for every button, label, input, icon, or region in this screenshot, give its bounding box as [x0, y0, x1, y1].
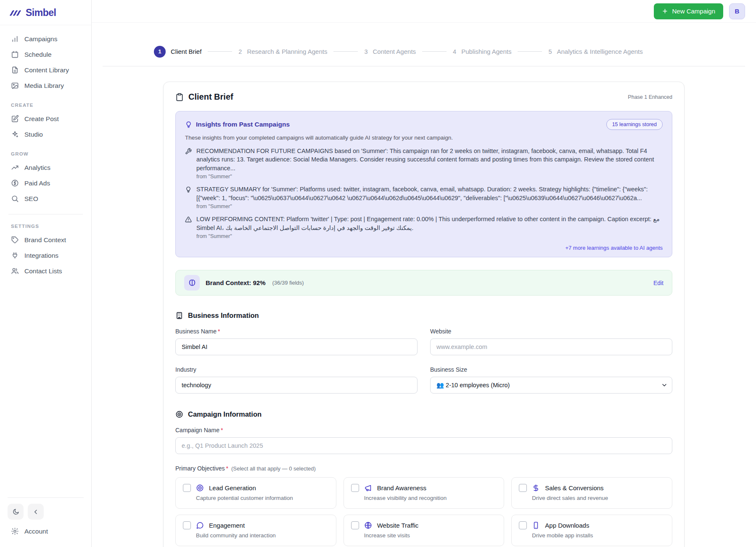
step-label: Content Agents [373, 48, 416, 55]
file-text-icon [11, 66, 19, 74]
divider [8, 497, 84, 498]
step-number: 5 [548, 48, 552, 55]
step-4[interactable]: 4Publishing Agents [453, 48, 511, 55]
objective-checkbox[interactable] [351, 521, 359, 529]
step-2[interactable]: 2Research & Planning Agents [238, 48, 327, 55]
business-information-section: Business Information Business Name* Webs… [175, 312, 672, 394]
page-title: Client Brief [188, 92, 233, 102]
objective-description: Capture potential customer information [183, 495, 329, 501]
dollar-circle-icon [11, 179, 19, 187]
objective-checkbox[interactable] [351, 484, 359, 492]
objective-card-lead-generation[interactable]: Lead GenerationCapture potential custome… [175, 477, 336, 509]
objective-card-app-downloads[interactable]: App DownloadsDrive mobile app installs [511, 515, 672, 546]
sidebar-item-schedule[interactable]: Schedule [7, 47, 85, 62]
insight-text: STRATEGY SUMMARY for 'Summer': Platforms… [196, 185, 663, 202]
app-logo[interactable]: Simbel [0, 0, 91, 25]
brand-name: Simbel [26, 7, 56, 18]
objective-card-brand-awareness[interactable]: Brand AwarenessIncrease visibility and r… [344, 477, 505, 509]
sidebar-item-label: Integrations [24, 252, 58, 259]
brand-context-edit-link[interactable]: Edit [653, 280, 663, 286]
megaphone-icon [364, 484, 372, 492]
step-3[interactable]: 3Content Agents [364, 48, 416, 55]
objective-title: Website Traffic [377, 522, 419, 529]
website-input[interactable] [430, 338, 672, 355]
sidebar-item-account[interactable]: Account [7, 523, 85, 539]
step-connector [518, 51, 542, 52]
sidebar-item-create-post[interactable]: Create Post [7, 111, 85, 127]
topbar: New Campaign B [92, 0, 756, 23]
divider [8, 214, 83, 214]
step-number: 4 [453, 48, 456, 55]
dark-mode-toggle[interactable] [8, 504, 24, 520]
objective-card-engagement[interactable]: EngagementBuild community and interactio… [175, 515, 336, 546]
sidebar-item-paid-ads[interactable]: Paid Ads [7, 175, 85, 191]
insight-text: RECOMMENDATION FOR FUTURE CAMPAIGNS base… [196, 147, 663, 172]
new-campaign-button[interactable]: New Campaign [654, 3, 723, 19]
sidebar-item-label: Brand Context [24, 236, 66, 244]
sidebar-item-contact-lists[interactable]: Contact Lists [7, 263, 85, 279]
sidebar-item-integrations[interactable]: Integrations [7, 248, 85, 263]
image-icon [11, 82, 19, 90]
sidebar-item-analytics[interactable]: Analytics [7, 160, 85, 175]
step-5[interactable]: 5Analytics & Intelligence Agents [548, 48, 642, 55]
business-size-select[interactable]: 👥 2-10 employees (Micro) [430, 377, 672, 394]
objectives-grid: Lead GenerationCapture potential custome… [175, 477, 672, 547]
insights-title: Insights from Past Campaigns [196, 121, 290, 128]
objective-description: Drive mobile app installs [519, 532, 665, 539]
required-marker: * [226, 465, 228, 472]
phase-badge: Phase 1 Enhanced [628, 94, 672, 100]
chevron-left-icon [32, 508, 40, 515]
objective-checkbox[interactable] [519, 521, 527, 529]
trending-up-icon [11, 164, 19, 172]
learnings-stored-badge: 15 learnings stored [606, 119, 663, 130]
lightbulb-icon [185, 186, 192, 193]
avatar[interactable]: B [729, 3, 745, 19]
sidebar-item-media-library[interactable]: Media Library [7, 78, 85, 93]
business-name-input[interactable] [175, 338, 418, 355]
objective-card-sales-conversions[interactable]: Sales & ConversionsDrive direct sales an… [511, 477, 672, 509]
collapse-sidebar-button[interactable] [28, 504, 44, 520]
sidebar-item-label: Media Library [24, 82, 64, 90]
primary-objectives-label: Primary Objectives [175, 465, 225, 472]
sidebar-item-campaigns[interactable]: Campaigns [7, 31, 85, 47]
objective-title: Sales & Conversions [545, 484, 603, 492]
step-connector [422, 51, 447, 52]
objective-checkbox[interactable] [519, 484, 527, 492]
objective-description: Drive direct sales and revenue [519, 495, 665, 501]
business-name-label: Business Name [175, 328, 217, 335]
client-brief-card: Client Brief Phase 1 Enhanced Insights f… [163, 82, 685, 547]
brand-context-label: Brand Context: 92% [206, 279, 266, 286]
website-field-group: Website [430, 328, 672, 355]
objective-title: Lead Generation [209, 484, 256, 492]
objective-checkbox[interactable] [183, 484, 191, 492]
pen-square-icon [11, 115, 19, 123]
insight-source: from "Summer" [196, 203, 663, 209]
campaign-name-field-group: Campaign Name* [175, 427, 672, 454]
insight-text: LOW PERFORMING CONTENT: Platform 'twitte… [196, 215, 663, 232]
wrench-icon [185, 148, 192, 155]
industry-input[interactable] [175, 377, 418, 394]
campaign-information-section: Campaign Information Campaign Name* Prim… [175, 410, 672, 547]
more-learnings-link[interactable]: +7 more learnings available to AI agents [185, 245, 663, 251]
page-content: Client Brief Phase 1 Enhanced Insights f… [92, 66, 756, 547]
moon-icon [12, 508, 19, 515]
search-icon [11, 195, 19, 203]
sidebar-item-brand-context[interactable]: Brand Context [7, 232, 85, 248]
sidebar-item-label: Create Post [24, 115, 59, 123]
gear-icon [11, 527, 19, 535]
objective-card-website-traffic[interactable]: Website TrafficIncrease site visits [344, 515, 505, 546]
users-icon [11, 267, 19, 275]
sidebar-item-seo[interactable]: SEO [7, 191, 85, 206]
insights-panel: Insights from Past Campaigns 15 learning… [175, 111, 672, 257]
sidebar-item-studio[interactable]: Studio [7, 127, 85, 142]
sidebar-item-label: Paid Ads [24, 180, 50, 187]
step-number: 3 [364, 48, 367, 55]
objective-description: Increase site visits [351, 532, 497, 539]
objectives-hint: (Select all that apply — 0 selected) [231, 465, 316, 472]
sidebar-item-content-library[interactable]: Content Library [7, 62, 85, 78]
step-1[interactable]: 1Client Brief [154, 46, 201, 58]
campaign-name-input[interactable] [175, 437, 672, 454]
sidebar-item-label: Schedule [24, 51, 52, 58]
alert-triangle-icon [185, 216, 192, 223]
objective-checkbox[interactable] [183, 521, 191, 529]
